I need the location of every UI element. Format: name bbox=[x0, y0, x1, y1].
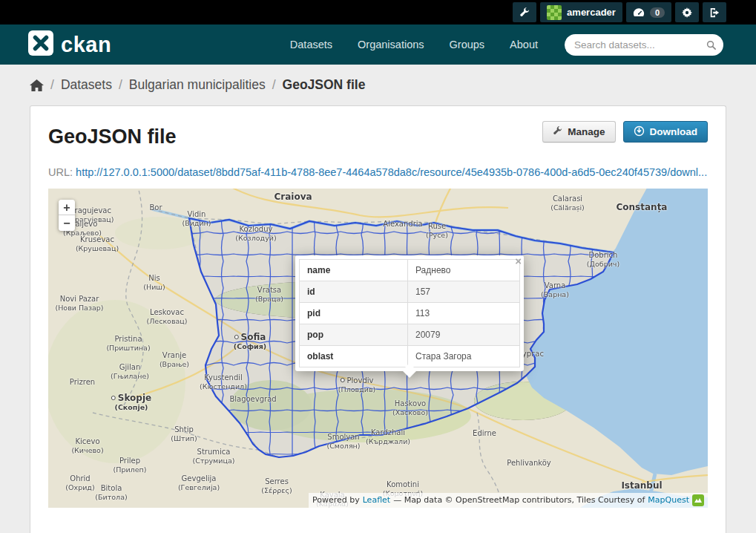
page-title: GeoJSON file bbox=[48, 125, 177, 148]
feature-attributes-table: nameРадневоid157pid113pop20079oblastСтар… bbox=[299, 259, 520, 367]
feature-popup: × nameРадневоid157pid113pop20079oblastСт… bbox=[295, 255, 524, 376]
leaflet-link[interactable]: Leaflet bbox=[363, 495, 390, 506]
manage-button[interactable]: Manage bbox=[542, 121, 615, 143]
breadcrumb: / Datasets / Bulgarian municipalities / … bbox=[0, 65, 756, 105]
zoom-in-button[interactable]: + bbox=[59, 200, 75, 215]
wrench-icon bbox=[519, 7, 530, 18]
nav-item-groups[interactable]: Groups bbox=[450, 39, 485, 50]
map-attribution: Powered by Leaflet — Map data © OpenStre… bbox=[309, 493, 708, 508]
manage-label: Manage bbox=[568, 126, 605, 137]
popup-row: pid113 bbox=[300, 303, 520, 324]
notification-badge: 0 bbox=[650, 7, 665, 18]
avatar bbox=[547, 5, 562, 20]
popup-row: id157 bbox=[300, 281, 520, 303]
breadcrumb-dataset[interactable]: Bulgarian municipalities bbox=[129, 77, 266, 93]
logout-icon bbox=[709, 7, 720, 18]
ckan-logo-icon bbox=[28, 30, 53, 59]
wrench-icon bbox=[553, 126, 562, 138]
resource-card: GeoJSON file Manage Download URL: http:/… bbox=[30, 105, 726, 533]
breadcrumb-current: GeoJSON file bbox=[283, 77, 366, 93]
header-search bbox=[565, 34, 723, 56]
popup-close-button[interactable]: × bbox=[515, 255, 522, 268]
popup-table-body: nameРадневоid157pid113pop20079oblastСтар… bbox=[300, 260, 520, 367]
zoom-out-button[interactable]: − bbox=[59, 215, 75, 231]
resource-url-line: URL: http://127.0.0.1:5000/dataset/8bdd7… bbox=[48, 166, 708, 178]
download-button[interactable]: Download bbox=[623, 121, 709, 143]
map-preview[interactable]: CraiovaCalarasi(Călărași)ConstanțaKraguj… bbox=[48, 189, 708, 508]
gear-icon bbox=[682, 7, 692, 18]
home-icon[interactable] bbox=[30, 79, 44, 91]
brand-text: ckan bbox=[61, 34, 111, 56]
ckan-logo[interactable]: ckan bbox=[28, 30, 111, 59]
search-input[interactable] bbox=[565, 34, 723, 56]
resource-url-link[interactable]: http://127.0.0.1:5000/dataset/8bdd75af-4… bbox=[76, 166, 707, 178]
nav-item-datasets[interactable]: Datasets bbox=[290, 39, 332, 50]
nav-item-organisations[interactable]: Organisations bbox=[358, 39, 424, 50]
main-navbar: ckan Datasets Organisations Groups About bbox=[0, 24, 756, 65]
admin-wrench-button[interactable] bbox=[513, 2, 536, 22]
nav-item-about[interactable]: About bbox=[510, 39, 538, 50]
search-icon[interactable] bbox=[706, 39, 717, 53]
mapquest-link[interactable]: MapQuest bbox=[648, 495, 689, 506]
popup-row: nameРаднево bbox=[300, 260, 520, 281]
resource-actions: Manage Download bbox=[542, 120, 708, 143]
breadcrumb-separator: / bbox=[272, 77, 276, 93]
breadcrumb-separator: / bbox=[50, 77, 54, 93]
attribution-osm-text: — Map data © OpenStreetMap contributors,… bbox=[393, 495, 645, 506]
popup-row: pop20079 bbox=[300, 324, 520, 346]
user-menu[interactable]: amercader bbox=[540, 2, 622, 22]
resource-header: GeoJSON file Manage Download bbox=[48, 120, 708, 148]
dashboard-icon bbox=[633, 7, 645, 17]
account-masthead: amercader 0 bbox=[0, 0, 756, 24]
download-label: Download bbox=[650, 126, 698, 137]
dashboard-button[interactable]: 0 bbox=[626, 2, 671, 22]
url-label: URL: bbox=[48, 166, 73, 178]
mapquest-icon bbox=[692, 494, 704, 506]
download-icon bbox=[634, 125, 645, 139]
logout-button[interactable] bbox=[703, 2, 726, 22]
nav-links: Datasets Organisations Groups About bbox=[290, 39, 538, 50]
breadcrumb-datasets[interactable]: Datasets bbox=[61, 77, 112, 93]
zoom-control: + − bbox=[59, 200, 75, 231]
settings-gear-button[interactable] bbox=[675, 2, 699, 22]
breadcrumb-separator: / bbox=[119, 77, 122, 93]
username: amercader bbox=[567, 7, 616, 18]
attribution-powered-by: Powered by bbox=[312, 495, 360, 506]
